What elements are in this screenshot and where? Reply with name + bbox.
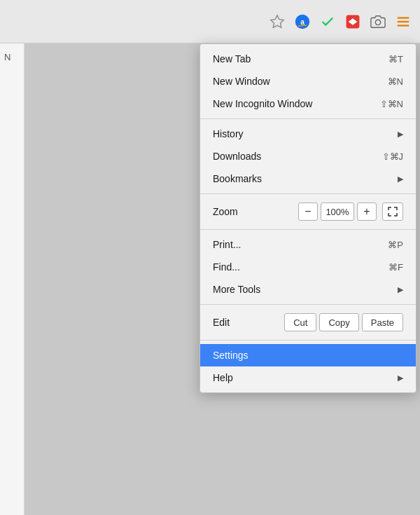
- bookmarks-arrow-icon: ▶: [398, 174, 403, 184]
- fullscreen-button[interactable]: [382, 202, 403, 221]
- zoom-label: Zoom: [213, 206, 298, 217]
- camera-icon[interactable]: [368, 12, 388, 32]
- menu-item-new-window[interactable]: New Window ⌘N: [200, 70, 416, 92]
- amazon-icon[interactable]: a: [293, 12, 312, 32]
- menu-section-history: History ▶ Downloads ⇧⌘J Bookmarks ▶: [200, 119, 416, 194]
- svg-text:a: a: [300, 18, 304, 25]
- edit-label: Edit: [213, 317, 284, 328]
- browser-toolbar: a: [0, 0, 420, 43]
- menu-item-new-incognito[interactable]: New Incognito Window ⇧⌘N: [200, 92, 416, 115]
- hamburger-menu-icon[interactable]: [393, 12, 413, 32]
- check-icon[interactable]: [318, 12, 337, 32]
- zoom-value-display: 100%: [321, 202, 354, 221]
- zoom-decrease-button[interactable]: −: [298, 202, 318, 221]
- history-arrow-icon: ▶: [398, 130, 403, 139]
- edit-buttons: Cut Copy Paste: [284, 313, 403, 331]
- cut-button[interactable]: Cut: [284, 313, 316, 331]
- menu-section-settings: Settings Help ▶: [200, 341, 416, 392]
- menu-section-new: New Tab ⌘T New Window ⌘N New Incognito W…: [200, 44, 416, 119]
- menu-item-print[interactable]: Print... ⌘P: [200, 233, 416, 256]
- menu-item-find[interactable]: Find... ⌘F: [200, 256, 416, 278]
- zoom-row: Zoom − 100% +: [200, 198, 416, 226]
- menu-section-tools: Print... ⌘P Find... ⌘F More Tools ▶: [200, 230, 416, 305]
- menu-section-edit: Edit Cut Copy Paste: [200, 305, 416, 341]
- menu-section-zoom: Zoom − 100% +: [200, 194, 416, 230]
- page-content-area: N: [0, 43, 24, 515]
- page-text: N: [4, 52, 10, 62]
- help-arrow-icon: ▶: [398, 373, 403, 383]
- menu-item-downloads[interactable]: Downloads ⇧⌘J: [200, 145, 416, 167]
- cast-icon[interactable]: [343, 12, 363, 32]
- svg-marker-0: [271, 15, 284, 27]
- menu-item-history[interactable]: History ▶: [200, 123, 416, 145]
- menu-item-new-tab[interactable]: New Tab ⌘T: [200, 48, 416, 70]
- copy-button[interactable]: Copy: [319, 313, 358, 331]
- zoom-controls: − 100% +: [298, 202, 403, 221]
- paste-button[interactable]: Paste: [362, 313, 403, 331]
- menu-item-more-tools[interactable]: More Tools ▶: [200, 278, 416, 301]
- menu-item-bookmarks[interactable]: Bookmarks ▶: [200, 167, 416, 190]
- edit-row: Edit Cut Copy Paste: [200, 308, 416, 336]
- star-icon[interactable]: [267, 12, 287, 32]
- menu-item-help[interactable]: Help ▶: [200, 366, 416, 389]
- browser-menu: New Tab ⌘T New Window ⌘N New Incognito W…: [200, 43, 416, 393]
- more-tools-arrow-icon: ▶: [398, 285, 403, 294]
- menu-item-settings[interactable]: Settings: [200, 344, 416, 366]
- zoom-increase-button[interactable]: +: [357, 202, 377, 221]
- svg-point-6: [375, 20, 380, 25]
